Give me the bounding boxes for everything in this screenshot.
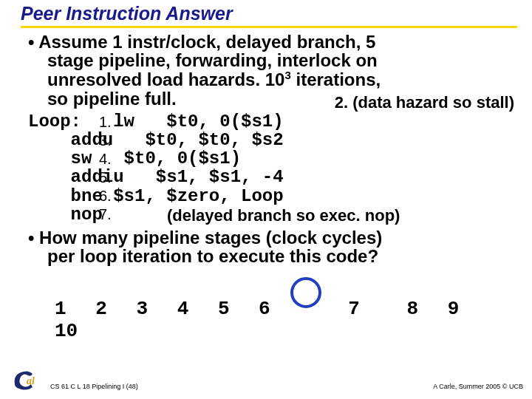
- footer: al CS 61 C L 18 Pipelining I (48) A Carl…: [0, 366, 532, 392]
- answer-2: 2: [95, 298, 107, 320]
- para1-line2: stage pipeline, forwarding, interlock on: [47, 51, 517, 69]
- para1-line3-sup: 3: [284, 69, 290, 81]
- footer-right-text: A Carle, Summer 2005 © UCB: [433, 383, 523, 390]
- stage-3: 3.: [99, 132, 112, 149]
- stage-5: 5.: [99, 169, 112, 186]
- answer-4: 4: [177, 298, 189, 320]
- answer-row: 1 2 3 4 5 6 7 8 9 10: [55, 283, 517, 342]
- answer-8: 8: [407, 298, 419, 320]
- svg-text:al: al: [27, 375, 35, 386]
- stage-6: 6.: [99, 188, 112, 205]
- para1-line3: unresolved load hazards. 103 iterations,: [47, 69, 517, 89]
- answer-3: 3: [136, 298, 148, 320]
- answer-7-text: 7: [348, 298, 360, 320]
- answer-circle: [290, 277, 321, 308]
- para1-line3-b: iterations,: [291, 69, 381, 89]
- slide-title: Peer Instruction Answer: [21, 3, 517, 24]
- answer-1: 1: [55, 298, 66, 320]
- stage-7: 7.: [99, 206, 112, 223]
- answer-10: 10: [55, 320, 78, 342]
- answer-5: 5: [218, 298, 230, 320]
- annotation-nop: (delayed branch so exec. nop): [167, 206, 400, 225]
- paragraph-2: • How many pipeline stages (clock cycles…: [21, 228, 517, 265]
- para2-line1: • How many pipeline stages (clock cycles…: [28, 228, 517, 247]
- para2-line2: per loop iteration to execute this code?: [47, 247, 517, 265]
- para1-line1: • Assume 1 instr/clock, delayed branch, …: [28, 33, 517, 51]
- answer-6: 6: [259, 298, 270, 320]
- answer-7: 7: [299, 283, 378, 320]
- cal-logo: al: [10, 366, 44, 392]
- code-block: 2. (data hazard so stall) Loop: lw $t0, …: [28, 112, 517, 224]
- footer-left-text: CS 61 C L 18 Pipelining I (48): [50, 383, 138, 390]
- annotation-hazard: 2. (data hazard so stall): [335, 93, 514, 112]
- stage-4: 4.: [99, 151, 112, 168]
- answer-9: 9: [448, 298, 460, 320]
- stage-1: 1.: [99, 114, 112, 131]
- para1-line3-a: unresolved load hazards. 10: [47, 69, 284, 89]
- title-underline: [21, 26, 517, 28]
